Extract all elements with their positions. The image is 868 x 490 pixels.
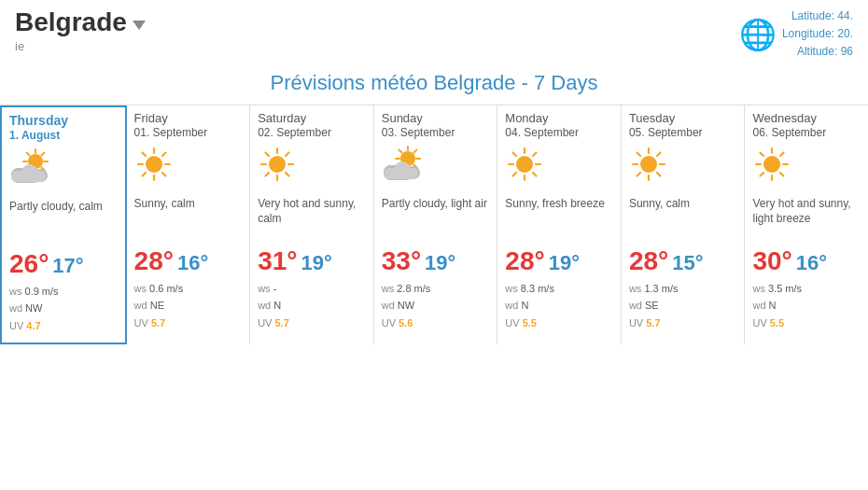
day-col-monday[interactable]: Monday 04. September Sunny, fresh breeze… [497,105,622,344]
ws-row: ws 1.3 m/s [629,280,737,298]
uv-row: UV 5.5 [752,315,861,332]
temp-low: 19° [549,251,580,275]
partly-cloudy-icon [382,145,427,184]
day-col-wednesday[interactable]: Wednesday 06. September Very hot and sun… [745,105,868,344]
temps: 28° 15° [629,246,737,276]
temps: 30° 16° [752,246,861,276]
lat-label: Latitude: [791,9,834,22]
temp-low: 16° [796,251,827,275]
day-col-thursday[interactable]: Thursday 1. August Partly cloudy, calm 2… [0,105,127,344]
temp-low: 17° [52,254,83,278]
coords: Latitude: 44. Longitude: 20. Altitude: 9… [782,7,853,62]
temps: 33° 19° [382,246,490,276]
uv-row: UV 5.6 [382,315,490,332]
wind-info: ws - wd N UV 5.7 [258,280,366,332]
svg-line-50 [533,173,537,176]
svg-line-61 [637,173,640,176]
svg-line-30 [266,173,270,176]
uv-row: UV 4.7 [9,317,118,335]
day-date: 06. September [752,126,861,139]
city-dropdown-arrow[interactable] [133,21,146,30]
temp-high: 28° [134,246,174,276]
svg-line-20 [162,152,166,156]
temp-high: 28° [629,246,668,276]
wind-info: ws 3.5 m/s wd N UV 5.5 [752,280,861,332]
svg-line-27 [266,152,270,156]
day-name: Monday [505,111,613,125]
weather-icon [752,145,861,192]
svg-line-51 [533,152,537,156]
wind-info: ws 1.3 m/s wd SE UV 5.7 [629,280,737,332]
svg-line-68 [780,173,784,176]
day-date: 03. September [382,126,490,139]
day-date: 04. September [505,126,613,139]
svg-line-67 [761,152,764,156]
svg-rect-43 [384,168,418,179]
weather-desc: Very hot and sunny, calm [258,196,366,241]
svg-line-58 [637,152,640,156]
ws-row: ws 2.8 m/s [382,280,490,298]
temp-low: 15° [672,251,703,275]
wd-row: wd NE [134,297,243,315]
weather-desc: Partly cloudy, calm [9,199,118,244]
day-name: Saturday [258,111,366,125]
svg-line-70 [761,173,764,176]
page-title: Prévisions météo Belgrade - 7 Days [0,65,868,105]
weather-icon [629,145,737,192]
wd-row: wd N [752,297,861,315]
uv-row: UV 5.5 [505,315,613,332]
temps: 28° 16° [134,246,243,276]
ws-row: ws 3.5 m/s [752,280,861,298]
alt-val: 96 [841,45,853,58]
city-label: Belgrade [15,7,127,37]
sun-icon [258,145,297,184]
temp-high: 26° [9,249,49,279]
svg-line-7 [42,152,45,155]
lon-label: Longitude: [782,27,834,40]
temps: 31° 19° [258,246,366,276]
ws-row: ws 0.9 m/s [9,283,118,301]
day-name: Friday [134,111,243,125]
temp-low: 16° [177,251,208,275]
lon-val: 20. [837,27,853,40]
coords-block: 🌐 Latitude: 44. Longitude: 20. Altitude:… [739,7,853,62]
temps: 28° 19° [505,246,613,276]
day-col-saturday[interactable]: Saturday 02. September Very hot and sunn… [250,105,374,344]
wd-row: wd NW [382,297,490,315]
svg-point-13 [146,156,162,173]
weather-icon [134,145,243,192]
wd-row: wd NW [9,300,118,317]
partly-cloudy-icon [9,147,54,187]
city-name: Belgrade [15,7,146,37]
ws-row: ws 0.6 m/s [134,280,243,298]
uv-row: UV 5.7 [258,315,366,332]
temp-low: 19° [301,251,332,275]
svg-line-18 [142,152,146,156]
svg-point-53 [640,156,657,173]
wd-row: wd N [505,297,613,315]
lat-val: 44. [837,9,853,22]
uv-row: UV 5.7 [134,315,243,332]
temp-high: 33° [382,246,421,276]
subtitle: ie [15,39,146,53]
day-name: Sunday [382,111,490,125]
sun-icon [134,145,174,184]
header: Belgrade ie 🌐 Latitude: 44. Longitude: 2… [0,0,868,65]
wd-row: wd SE [629,297,737,315]
wd-row: wd N [258,297,366,315]
sun-icon [752,145,791,184]
day-col-tuesday[interactable]: Tuesday 05. September Sunny, calm 28° 15… [622,105,746,344]
ws-row: ws 8.3 m/s [505,280,613,298]
globe-icon: 🌐 [739,17,777,52]
svg-point-22 [269,156,286,173]
day-col-friday[interactable]: Friday 01. September Sunny, calm 28° 16°… [127,105,251,344]
weather-desc: Sunny, calm [134,196,243,241]
alt-label: Altitude: [797,45,837,58]
temps: 26° 17° [9,249,118,279]
day-name: Tuesday [629,111,737,125]
svg-line-5 [27,152,30,155]
day-col-sunday[interactable]: Sunday 03. September Partly cloudy, ligh… [374,105,498,344]
wind-info: ws 8.3 m/s wd N UV 5.5 [505,280,613,332]
day-date: 02. September [258,126,366,139]
day-date: 1. August [9,129,118,142]
